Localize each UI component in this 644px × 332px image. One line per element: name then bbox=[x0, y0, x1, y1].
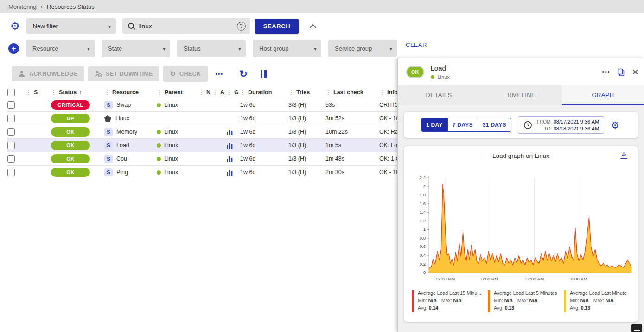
saved-filter-select[interactable]: New filter bbox=[26, 18, 116, 34]
resource-name[interactable]: Memory bbox=[116, 129, 137, 135]
parent-name[interactable]: Linux bbox=[164, 129, 178, 135]
column-header-tries[interactable]: Tries bbox=[288, 89, 325, 96]
column-header-resource[interactable]: Resource bbox=[104, 89, 157, 96]
drag-handle-icon[interactable] bbox=[379, 89, 387, 96]
parent-name[interactable]: Linux bbox=[164, 102, 178, 108]
column-header-status[interactable]: Status bbox=[51, 89, 104, 96]
column-header-parent[interactable]: Parent bbox=[157, 89, 198, 96]
acknowledge-button[interactable]: ACKNOWLEDGE bbox=[12, 66, 84, 81]
information-cell: OK: Loa bbox=[379, 142, 397, 149]
drag-handle-icon[interactable] bbox=[157, 89, 165, 96]
chevron-up-icon[interactable] bbox=[310, 24, 316, 31]
tab-timeline[interactable]: TIMELINE bbox=[480, 85, 562, 105]
details-panel: OK Load Linux DETAILS TIMELINE GRAPH 1 D… bbox=[397, 58, 644, 332]
row-checkbox[interactable] bbox=[7, 101, 15, 109]
panel-body: 1 DAY 7 DAYS 31 DAYS FROM: 08/17/2021 9:… bbox=[398, 105, 644, 332]
drag-handle-icon[interactable] bbox=[104, 89, 112, 96]
help-icon[interactable] bbox=[237, 22, 246, 31]
select-all-checkbox[interactable] bbox=[7, 89, 15, 96]
close-icon[interactable] bbox=[632, 66, 638, 78]
drag-handle-icon[interactable] bbox=[51, 89, 59, 96]
table-row[interactable]: UP Linux 1w 6d 1/3 (H) 3m 52s OK - 10 bbox=[7, 112, 397, 125]
drag-handle-icon[interactable] bbox=[325, 89, 333, 96]
column-header-notification[interactable]: N bbox=[198, 89, 212, 96]
resource-name[interactable]: Load bbox=[116, 142, 129, 149]
tab-details[interactable]: DETAILS bbox=[398, 85, 480, 105]
resource-name[interactable]: Linux bbox=[115, 115, 129, 122]
row-checkbox[interactable] bbox=[7, 142, 15, 149]
range-1-day-button[interactable]: 1 DAY bbox=[421, 118, 447, 131]
parent-name[interactable]: Linux bbox=[164, 142, 178, 149]
filter-settings-gear-icon[interactable] bbox=[10, 21, 20, 32]
fullscreen-icon[interactable] bbox=[631, 324, 642, 332]
table-row[interactable]: OK SCpu Linux 1w 6d 1/3 (H) 1m 48s OK: 1… bbox=[7, 152, 397, 166]
resource-filter-select[interactable]: Resource bbox=[26, 40, 95, 57]
pause-icon[interactable] bbox=[261, 70, 267, 78]
table-row[interactable]: OK SMemory Linux 1w 6d 1/3 (H) 10m 22s O… bbox=[7, 125, 397, 139]
sort-asc-icon[interactable] bbox=[77, 89, 82, 96]
set-downtime-button[interactable]: SET DOWNTIME bbox=[88, 66, 159, 81]
download-icon[interactable] bbox=[619, 151, 628, 160]
clear-filters-button[interactable]: CLEAR bbox=[406, 41, 427, 48]
graph-icon[interactable] bbox=[226, 129, 233, 136]
breadcrumb-item-monitoring[interactable]: Monitoring bbox=[8, 3, 37, 10]
row-checkbox[interactable] bbox=[7, 155, 15, 163]
graph-icon[interactable] bbox=[226, 142, 233, 149]
legend-series-name[interactable]: Average Load Last 15 Minu... bbox=[418, 290, 481, 296]
graph-icon[interactable] bbox=[226, 156, 233, 163]
chart-legend: Average Load Last 15 Minu... Min: N/AMax… bbox=[409, 290, 633, 312]
copy-link-icon[interactable] bbox=[617, 68, 625, 77]
custom-time-range[interactable]: FROM: 08/17/2021 9:36 AM TO: 08/18/2021 … bbox=[518, 116, 604, 134]
parent-name[interactable]: Linux bbox=[164, 169, 178, 176]
column-header-acknowledged[interactable]: A bbox=[212, 89, 226, 96]
graph-icon[interactable] bbox=[226, 169, 233, 176]
resources-table: S Status Resource Parent N A G Duration … bbox=[0, 86, 397, 179]
search-button[interactable]: SEARCH bbox=[255, 19, 299, 34]
table-row[interactable]: OK SPing Linux 1w 6d 1/3 (H) 2m 30s OK -… bbox=[7, 166, 397, 179]
row-checkbox[interactable] bbox=[7, 115, 15, 122]
state-filter-select[interactable]: State bbox=[102, 40, 170, 57]
drag-handle-icon[interactable] bbox=[288, 89, 296, 96]
table-row[interactable]: OK SLoad Linux 1w 6d 1/3 (H) 1m 5s OK: L… bbox=[7, 139, 397, 152]
resource-name[interactable]: Swap bbox=[116, 102, 131, 108]
resource-name[interactable]: Ping bbox=[116, 169, 128, 176]
refresh-icon[interactable] bbox=[239, 68, 248, 79]
panel-more-icon[interactable] bbox=[602, 68, 610, 76]
add-criteria-icon[interactable] bbox=[8, 43, 19, 54]
status-filter-select[interactable]: Status bbox=[177, 40, 246, 57]
drag-handle-icon[interactable] bbox=[226, 89, 234, 96]
tab-graph[interactable]: GRAPH bbox=[562, 85, 644, 105]
column-header-severity[interactable]: S bbox=[26, 89, 51, 96]
range-31-days-button[interactable]: 31 DAYS bbox=[478, 118, 511, 131]
column-header-duration[interactable]: Duration bbox=[240, 89, 288, 96]
search-box[interactable] bbox=[122, 18, 250, 34]
legend-series-name[interactable]: Average Load Last 5 Minutes bbox=[494, 290, 557, 296]
row-checkbox[interactable] bbox=[7, 169, 15, 176]
drag-handle-icon[interactable] bbox=[26, 89, 34, 96]
host-icon bbox=[104, 115, 111, 122]
column-header-information[interactable]: Information bbox=[379, 89, 397, 96]
resource-name[interactable]: Cpu bbox=[116, 156, 127, 162]
drag-handle-icon[interactable] bbox=[198, 89, 206, 96]
column-header-graph[interactable]: G bbox=[226, 89, 240, 96]
row-checkbox[interactable] bbox=[7, 128, 15, 136]
drag-handle-icon[interactable] bbox=[212, 89, 220, 96]
host-group-filter-select[interactable]: Host group bbox=[253, 40, 321, 57]
check-button[interactable]: CHECK bbox=[163, 66, 207, 82]
service-group-filter-select[interactable]: Service group bbox=[328, 40, 397, 57]
breadcrumb-item-resources-status[interactable]: Resources Status bbox=[47, 3, 95, 10]
panel-parent-link[interactable]: Linux bbox=[438, 74, 450, 80]
legend-series-name[interactable]: Average Load Last Minute bbox=[570, 290, 626, 296]
legend-item: Average Load Last 15 Minu... Min: N/AMax… bbox=[412, 290, 481, 312]
search-input[interactable] bbox=[139, 23, 237, 30]
load-chart-svg[interactable]: 12:00 PM6:00 PM12:00 AM6:00 AM00.20.40.6… bbox=[409, 173, 641, 287]
drag-handle-icon[interactable] bbox=[240, 89, 248, 96]
parent-name[interactable]: Linux bbox=[164, 156, 178, 162]
panel-title: Load bbox=[431, 64, 450, 72]
more-actions-icon[interactable] bbox=[211, 69, 228, 79]
column-header-last-check[interactable]: Last check bbox=[325, 89, 379, 96]
graph-settings-gear-icon[interactable] bbox=[611, 120, 619, 130]
range-7-days-button[interactable]: 7 DAYS bbox=[447, 118, 478, 131]
table-row[interactable]: CRITICAL SSwap Linux 1w 6d 3/3 (H) 53s C… bbox=[7, 98, 397, 112]
from-label: FROM: bbox=[537, 119, 552, 124]
